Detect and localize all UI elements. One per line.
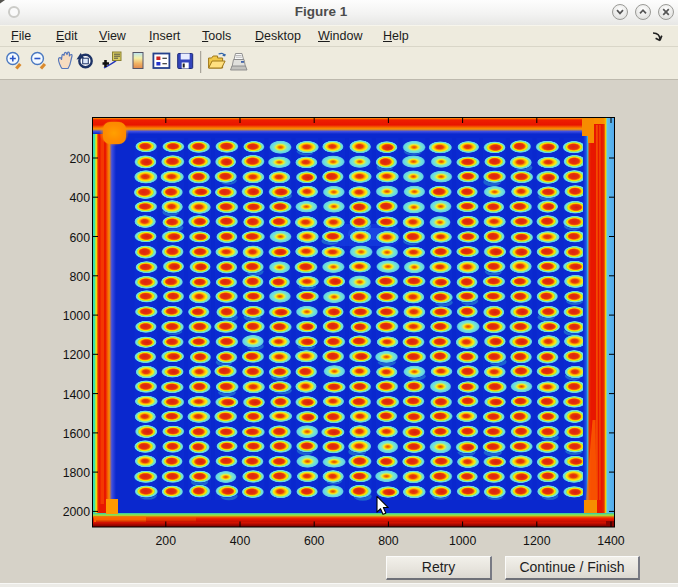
svg-text:400: 400 — [69, 191, 90, 205]
svg-text:1200: 1200 — [523, 534, 551, 548]
svg-text:600: 600 — [69, 231, 90, 245]
svg-text:400: 400 — [230, 534, 251, 548]
svg-text:1200: 1200 — [63, 348, 91, 362]
svg-text:800: 800 — [69, 270, 90, 284]
svg-text:1000: 1000 — [449, 534, 477, 548]
svg-text:200: 200 — [156, 534, 177, 548]
svg-text:1000: 1000 — [63, 309, 91, 323]
svg-text:1600: 1600 — [63, 427, 91, 441]
svg-text:1400: 1400 — [63, 388, 91, 402]
svg-text:800: 800 — [378, 534, 399, 548]
svg-text:600: 600 — [304, 534, 325, 548]
svg-text:1800: 1800 — [63, 466, 91, 480]
svg-text:200: 200 — [69, 152, 90, 166]
svg-text:2000: 2000 — [63, 505, 91, 519]
svg-text:1400: 1400 — [597, 534, 625, 548]
